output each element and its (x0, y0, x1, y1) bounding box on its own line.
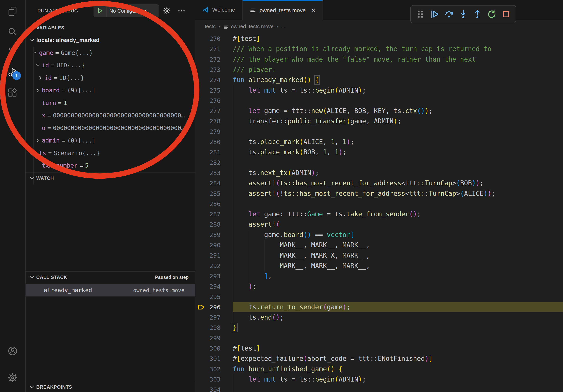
code-line-290[interactable]: 290 MARK__, MARK__, MARK__, (195, 240, 563, 250)
code-line-297[interactable]: 297 ts.end(); (195, 312, 563, 323)
code-line-284[interactable]: 284 assert!(ts::has_most_recent_for_addr… (195, 178, 563, 188)
code-text: let game: ttt::Game = ts.take_from_sende… (233, 209, 421, 219)
code-line-274[interactable]: 274fun already_marked() { (195, 75, 563, 85)
chevron-down-icon (29, 274, 35, 280)
gear-icon[interactable] (163, 7, 171, 15)
code-line-291[interactable]: 291 MARK__, MARK_X, MARK__, (195, 250, 563, 261)
chevron-right-icon[interactable] (35, 138, 42, 143)
search-icon[interactable] (7, 26, 18, 37)
breakpoints-section-header[interactable]: BREAKPOINTS (26, 381, 195, 392)
code-line-279[interactable]: 279 (195, 127, 563, 137)
breadcrumb-item[interactable]: ... (281, 24, 285, 30)
step-into-button[interactable] (458, 9, 468, 19)
breadcrumb-item[interactable]: owned_tests.move (223, 24, 274, 30)
variable-row-id[interactable]: id=ID{...} (26, 72, 195, 84)
call-stack-frame-row[interactable]: already_marked owned_tests.move (26, 284, 195, 297)
code-line-300[interactable]: 300#[test] (195, 343, 563, 353)
variable-row-locals[interactable]: locals: already_marked (26, 34, 195, 47)
code-line-287[interactable]: 287 let game: ttt::Game = ts.take_from_s… (195, 209, 563, 219)
chevron-down-icon (29, 25, 35, 31)
variable-row-txn_number[interactable]: txn_number=5 (26, 159, 195, 172)
debug-start-icon[interactable] (97, 8, 103, 14)
drag-handle[interactable] (415, 9, 425, 19)
chevron-right-icon[interactable] (38, 75, 45, 80)
code-line-286[interactable]: 286 (195, 199, 563, 209)
code-line-275[interactable]: 275 let mut ts = ts::begin(ADMIN); (195, 85, 563, 95)
chevron-right-icon[interactable] (35, 88, 42, 93)
line-number: 271 (195, 44, 220, 54)
variable-row-ts[interactable]: ts=Scenario{...} (26, 147, 195, 159)
code-line-301[interactable]: 301#[expected_failure(abort_code = ttt::… (195, 353, 563, 364)
code-line-289[interactable]: 289 game.board() == vector[ (195, 230, 563, 240)
line-number: 275 (195, 85, 220, 95)
code-line-281[interactable]: 281 ts.place_mark(BOB, 1, 1); (195, 147, 563, 157)
variable-row-admin[interactable]: admin=(0)[...] (26, 134, 195, 147)
tab-owned-tests-move[interactable]: owned_tests.move✕ (242, 0, 323, 20)
tab-welcome[interactable]: Welcome (195, 0, 242, 20)
more-actions-icon[interactable] (177, 7, 186, 15)
debug-config-dropdown[interactable]: No Configurat (93, 4, 159, 17)
continue-button[interactable] (430, 9, 439, 19)
chevron-down-icon[interactable] (35, 63, 42, 68)
variables-section-header[interactable]: VARIABLES (26, 22, 195, 34)
step-over-button[interactable] (444, 9, 454, 19)
variable-row-board[interactable]: board=(9)[...] (26, 84, 195, 97)
call-stack-section-header[interactable]: CALL STACK Paused on step (26, 272, 195, 283)
code-line-270[interactable]: 270#[test] (195, 34, 563, 44)
code-line-283[interactable]: 283 ts.next_tx(ADMIN); (195, 168, 563, 178)
chevron-down-icon[interactable] (32, 50, 39, 55)
variable-row-o[interactable]: o=000000000000000000000000000000000000… (26, 122, 195, 134)
move-file-icon (249, 7, 256, 14)
code-line-278[interactable]: 278 transfer::public_transfer(game, ADMI… (195, 116, 563, 126)
code-line-285[interactable]: 285 assert!(!ts::has_most_recent_for_add… (195, 188, 563, 199)
chevron-down-icon[interactable] (32, 150, 39, 156)
variable-name: ts (39, 150, 46, 157)
code-line-280[interactable]: 280 ts.place_mark(ALICE, 1, 1); (195, 137, 563, 147)
chevron-down-icon[interactable] (30, 38, 36, 43)
breadcrumb-label: owned_tests.move (231, 24, 274, 30)
code-line-302[interactable]: 302fun burn_unfinished_game() { (195, 364, 563, 374)
code-line-282[interactable]: 282 (195, 157, 563, 168)
variable-row-id[interactable]: id=UID{...} (26, 59, 195, 72)
code-line-296[interactable]: 296 ts.return_to_sender(game); (195, 302, 563, 312)
line-number: 276 (195, 95, 220, 106)
extensions-icon[interactable] (7, 87, 18, 98)
close-icon[interactable]: ✕ (311, 7, 316, 14)
code-line-273[interactable]: 273/// player. (195, 65, 563, 75)
code-line-295[interactable]: 295 (195, 292, 563, 302)
code-line-271[interactable]: 271/// When a position is already marked… (195, 44, 563, 54)
variable-name: o (42, 125, 45, 131)
code-text: ts.end(); (233, 312, 284, 323)
code-text: game.board() == vector[ (233, 230, 354, 240)
variable-row-x[interactable]: x=000000000000000000000000000000000000… (26, 109, 195, 122)
code-line-293[interactable]: 293 ], (195, 271, 563, 281)
step-out-button[interactable] (473, 9, 482, 19)
files-icon[interactable] (7, 6, 18, 17)
code-line-303[interactable]: 303 let mut ts = ts::begin(ADMIN); (195, 374, 563, 384)
code-line-294[interactable]: 294 ); (195, 281, 563, 291)
frame-function-name: already_marked (44, 287, 92, 293)
code-editor[interactable]: 270#[test]271/// When a position is alre… (195, 33, 563, 392)
code-text: assert!(!ts::has_most_recent_for_address… (233, 188, 495, 199)
code-line-298[interactable]: 298} (195, 323, 563, 333)
code-line-299[interactable]: 299 (195, 333, 563, 343)
account-icon[interactable] (7, 345, 18, 356)
stop-button[interactable] (501, 9, 511, 19)
source-control-icon[interactable] (7, 47, 18, 58)
restart-button[interactable] (487, 9, 497, 19)
tab-label: Welcome (212, 7, 235, 13)
watch-section-header[interactable]: WATCH (26, 172, 195, 184)
code-line-292[interactable]: 292 MARK__, MARK__, MARK__, (195, 261, 563, 271)
code-text: ], (233, 271, 272, 281)
run-and-debug-icon[interactable]: 1 (7, 67, 18, 78)
code-line-288[interactable]: 288 assert!( (195, 219, 563, 230)
variable-row-turn[interactable]: turn=1 (26, 97, 195, 109)
breadcrumb-item[interactable]: tests (205, 24, 216, 30)
settings-gear-icon[interactable] (7, 372, 18, 383)
variable-row-game[interactable]: game=Game{...} (26, 47, 195, 59)
code-line-272[interactable]: 272/// the player who made the "false" m… (195, 54, 563, 65)
variable-value: ID{...} (59, 74, 84, 81)
code-line-304[interactable]: 304 (195, 384, 563, 392)
code-line-277[interactable]: 277 let game = ttt::new(ALICE, BOB, KEY,… (195, 106, 563, 116)
code-line-276[interactable]: 276 (195, 95, 563, 106)
